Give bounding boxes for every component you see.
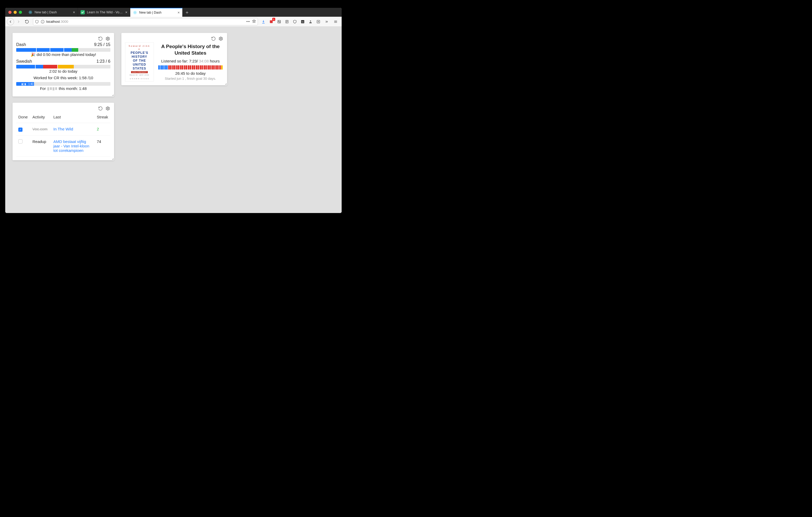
extension-re-icon[interactable]: RE <box>299 18 306 25</box>
new-tab-button[interactable]: ＋ <box>182 8 192 17</box>
gear-icon[interactable] <box>218 36 224 41</box>
tab-strip: New tab | Dash×Learn In The Wild - Vocab… <box>5 8 342 17</box>
gear-icon[interactable] <box>105 106 110 111</box>
last-link[interactable]: In The Wild <box>53 127 73 131</box>
track-bar <box>16 48 110 52</box>
window-close-button[interactable] <box>8 11 11 14</box>
cr-week-bar-label: ▮▯▮ · 1:40 <box>22 83 33 86</box>
browser-tab[interactable]: New tab | Dash× <box>26 8 78 17</box>
window-controls <box>5 8 26 17</box>
reload-button[interactable] <box>23 18 31 26</box>
track-label: Swedish <box>16 59 32 64</box>
track-caption: 2:02 to do today <box>16 69 110 73</box>
listen-progress-bar <box>158 65 223 69</box>
address-bar[interactable]: localhost:3000 ••• <box>33 18 258 25</box>
window-maximize-button[interactable] <box>19 11 22 14</box>
streak-cell: 74 <box>95 135 110 156</box>
back-button[interactable] <box>7 18 14 25</box>
svg-point-19 <box>220 38 222 39</box>
listened-line: Listened so far: 7:23/ 34:08 hours <box>161 59 220 63</box>
page-viewport: Dash9:25 / 15🎉 did 0:50 more than planne… <box>5 27 342 213</box>
shield-icon <box>35 20 39 24</box>
activities-card: Done Activity Last Streak ✓Voc.comIn The… <box>12 103 114 160</box>
done-checkbox[interactable]: ✓ <box>18 127 23 132</box>
redacted-icon <box>47 87 57 90</box>
cr-week-label: Worked for CR this week: 1:58 /10 <box>16 75 110 80</box>
gear-icon[interactable] <box>105 36 110 41</box>
svg-point-5 <box>135 12 136 13</box>
cr-week-bar: ▮▯▮ · 1:40 <box>16 82 110 86</box>
resize-handle[interactable] <box>111 93 114 96</box>
streak-cell: 2 <box>95 123 110 136</box>
page-actions-icon[interactable]: ••• <box>246 20 250 24</box>
last-link[interactable]: AMD bestaat vijftig jaar - Van Intel-klo… <box>53 139 89 153</box>
time-tracking-card: Dash9:25 / 15🎉 did 0:50 more than planne… <box>12 33 114 96</box>
book-cover: howard zinn A PEOPLE'SHISTORYOF THEUNITE… <box>125 42 154 82</box>
svg-point-18 <box>107 108 109 109</box>
tab-title: New tab | Dash <box>34 10 71 14</box>
last-cell: AMD bestaat vijftig jaar - Van Intel-klo… <box>51 135 95 156</box>
svg-point-15 <box>310 20 311 22</box>
track-bar <box>16 65 110 68</box>
reader-icon[interactable] <box>284 18 290 25</box>
last-cell: In The Wild <box>51 123 95 136</box>
svg-point-17 <box>107 38 109 39</box>
col-last: Last <box>51 112 95 123</box>
refresh-icon[interactable] <box>98 106 103 111</box>
book-title: A People's History of the United States <box>157 43 224 56</box>
browser-tab[interactable]: Learn In The Wild - Vocabulary× <box>78 8 130 17</box>
window-minimize-button[interactable] <box>13 11 17 14</box>
activity-cell: Readup <box>30 135 51 156</box>
tab-title: New tab | Dash <box>139 11 176 14</box>
forward-button[interactable] <box>14 18 23 26</box>
col-done: Done <box>16 112 30 123</box>
resize-handle[interactable] <box>111 157 114 160</box>
refresh-icon[interactable] <box>211 36 216 41</box>
track-caption: 🎉 did 0:50 more than planned today! <box>16 52 110 57</box>
nav-bar: localhost:3000 ••• 1 <box>5 17 342 27</box>
tab-favicon <box>28 10 32 14</box>
track-value: 9:25 / 15 <box>94 42 110 47</box>
track-value: 1:23 / 6 <box>96 59 110 64</box>
tab-title: Learn In The Wild - Vocabulary <box>87 10 123 14</box>
tab-favicon <box>133 10 137 14</box>
browser-tab[interactable]: New tab | Dash× <box>130 8 182 17</box>
extension-person-icon[interactable] <box>307 18 314 25</box>
table-row: ✓Voc.comIn The Wild2 <box>16 123 110 136</box>
tab-close-icon[interactable]: × <box>73 10 75 14</box>
tab-favicon <box>81 10 85 14</box>
svg-point-0 <box>30 12 31 13</box>
ublock-icon[interactable] <box>291 18 298 25</box>
activity-cell: Voc.com <box>30 123 51 136</box>
col-streak: Streak <box>95 112 110 123</box>
tab-close-icon[interactable]: × <box>125 10 127 14</box>
track-label: Dash <box>16 42 26 47</box>
month-summary: For this month: 1:48 <box>16 86 110 91</box>
app-menu-button[interactable] <box>332 18 339 25</box>
info-icon[interactable] <box>40 20 45 24</box>
url-text: localhost:3000 <box>46 20 68 24</box>
activities-table: Done Activity Last Streak ✓Voc.comIn The… <box>16 112 110 157</box>
tab-close-icon[interactable]: × <box>178 11 180 14</box>
downloads-icon[interactable] <box>260 18 267 25</box>
audiobook-card: howard zinn A PEOPLE'SHISTORYOF THEUNITE… <box>121 33 227 85</box>
done-checkbox[interactable] <box>18 139 23 144</box>
overflow-icon[interactable] <box>323 18 329 25</box>
refresh-icon[interactable] <box>98 36 103 41</box>
listen-footer: Started jun 1 , finish goal 30 days. <box>165 77 216 81</box>
col-activity: Activity <box>30 112 51 123</box>
toolbar-icons: 1 RE <box>260 18 340 25</box>
save-to-pocket-icon[interactable] <box>315 18 322 25</box>
notion-icon[interactable] <box>276 18 283 25</box>
table-row: ReadupAMD bestaat vijftig jaar - Van Int… <box>16 135 110 156</box>
extension-red-icon[interactable]: 1 <box>268 18 275 25</box>
bookmark-star-icon[interactable] <box>252 19 256 24</box>
listen-todo: 26:45 to do today <box>175 71 206 75</box>
svg-text:RE: RE <box>301 21 304 23</box>
resize-handle[interactable] <box>224 82 227 85</box>
